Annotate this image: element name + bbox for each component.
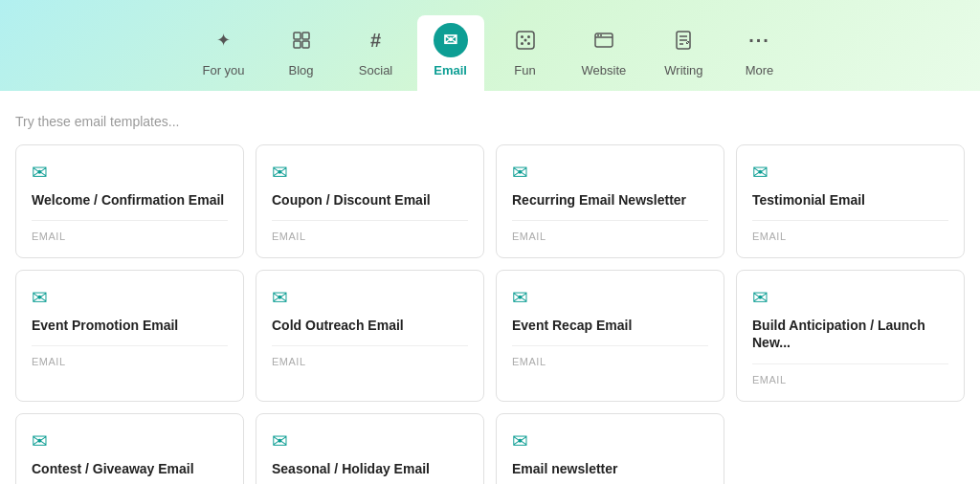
tab-fun-label: Fun xyxy=(514,63,535,77)
card-cold-outreach-title: Cold Outreach Email xyxy=(272,317,468,334)
tab-blog[interactable]: Blog xyxy=(268,15,335,91)
tab-social[interactable]: # Social xyxy=(343,15,410,91)
svg-point-6 xyxy=(527,35,530,38)
mail-icon-event-promo: ✉ xyxy=(32,286,228,309)
mail-icon-build-anticipation: ✉ xyxy=(752,286,948,309)
sparkle-icon: ✦ xyxy=(207,23,241,57)
tab-writing[interactable]: Writing xyxy=(649,15,718,91)
card-seasonal-title: Seasonal / Holiday Email xyxy=(272,460,468,477)
mail-icon-event-recap: ✉ xyxy=(512,286,708,309)
svg-point-5 xyxy=(521,35,523,38)
card-build-anticipation-tag: EMAIL xyxy=(752,363,948,385)
tab-more-label: More xyxy=(746,63,774,77)
card-recurring-title: Recurring Email Newsletter xyxy=(512,191,708,209)
nav-tabs: ✦ For you Blog # Social ✉ Email xyxy=(187,15,792,91)
card-contest-title: Contest / Giveaway Email xyxy=(32,460,228,477)
card-event-recap-tag: EMAIL xyxy=(512,345,708,367)
tab-email[interactable]: ✉ Email xyxy=(417,15,484,91)
tab-email-label: Email xyxy=(434,63,467,77)
mail-icon-recurring: ✉ xyxy=(512,161,708,184)
card-event-promo-title: Event Promotion Email xyxy=(32,317,228,334)
card-recurring-tag: EMAIL xyxy=(512,220,708,242)
tab-fun[interactable]: Fun xyxy=(492,15,559,91)
hash-icon: # xyxy=(359,23,393,57)
tab-for-you[interactable]: ✦ For you xyxy=(187,15,259,91)
card-newsletter-title: Email newsletter xyxy=(512,460,708,477)
card-coupon[interactable]: ✉ Coupon / Discount Email EMAIL xyxy=(256,144,484,258)
main-content: Try these email templates... ✉ Welcome /… xyxy=(0,91,980,484)
card-event-promo-tag: EMAIL xyxy=(32,345,228,367)
tab-social-label: Social xyxy=(359,63,392,77)
card-testimonial-title: Testimonial Email xyxy=(752,191,948,209)
more-icon: ··· xyxy=(743,23,777,57)
tab-for-you-label: For you xyxy=(202,63,244,77)
card-build-anticipation[interactable]: ✉ Build Anticipation / Launch New... EMA… xyxy=(736,270,965,401)
mail-icon-newsletter: ✉ xyxy=(512,429,708,452)
tab-website[interactable]: Website xyxy=(567,15,642,91)
mail-icon-cold-outreach: ✉ xyxy=(272,286,468,309)
mail-icon-testimonial: ✉ xyxy=(752,161,948,184)
svg-rect-1 xyxy=(302,33,309,39)
svg-point-7 xyxy=(521,42,523,45)
svg-rect-0 xyxy=(294,33,301,39)
card-coupon-title: Coupon / Discount Email xyxy=(272,191,468,209)
card-cold-outreach-tag: EMAIL xyxy=(272,345,468,367)
card-build-anticipation-title: Build Anticipation / Launch New... xyxy=(752,317,948,351)
mail-icon-contest: ✉ xyxy=(32,429,228,452)
card-testimonial[interactable]: ✉ Testimonial Email EMAIL xyxy=(736,144,965,258)
writing-icon xyxy=(666,23,701,57)
website-icon xyxy=(587,23,621,57)
blog-icon xyxy=(284,23,319,57)
card-event-promo[interactable]: ✉ Event Promotion Email EMAIL xyxy=(15,270,244,401)
card-testimonial-tag: EMAIL xyxy=(752,220,948,242)
cards-grid: ✉ Welcome / Confirmation Email EMAIL ✉ C… xyxy=(15,144,965,484)
card-contest[interactable]: ✉ Contest / Giveaway Email EMAIL xyxy=(15,413,244,484)
section-title: Try these email templates... xyxy=(15,114,965,129)
card-welcome-tag: EMAIL xyxy=(32,220,228,242)
card-welcome-title: Welcome / Confirmation Email xyxy=(32,191,228,209)
card-newsletter[interactable]: ✉ Email newsletter EMAIL xyxy=(496,413,724,484)
fun-icon xyxy=(508,23,543,57)
svg-point-8 xyxy=(527,42,530,45)
mail-icon-seasonal: ✉ xyxy=(272,429,468,452)
card-cold-outreach[interactable]: ✉ Cold Outreach Email EMAIL xyxy=(256,270,484,401)
svg-point-9 xyxy=(523,39,526,42)
card-event-recap-title: Event Recap Email xyxy=(512,317,708,334)
tab-writing-label: Writing xyxy=(664,63,702,77)
svg-point-13 xyxy=(600,34,602,36)
tab-website-label: Website xyxy=(582,63,627,77)
svg-rect-2 xyxy=(294,41,301,48)
card-coupon-tag: EMAIL xyxy=(272,220,468,242)
svg-rect-3 xyxy=(302,41,309,48)
mail-icon-coupon: ✉ xyxy=(272,161,468,184)
tab-more[interactable]: ··· More xyxy=(726,15,793,91)
card-recurring[interactable]: ✉ Recurring Email Newsletter EMAIL xyxy=(496,144,724,258)
card-seasonal[interactable]: ✉ Seasonal / Holiday Email EMAIL xyxy=(256,413,484,484)
card-event-recap[interactable]: ✉ Event Recap Email EMAIL xyxy=(496,270,724,401)
header: ✦ For you Blog # Social ✉ Email xyxy=(0,0,980,91)
email-icon: ✉ xyxy=(434,23,468,57)
card-welcome[interactable]: ✉ Welcome / Confirmation Email EMAIL xyxy=(15,144,244,258)
tab-blog-label: Blog xyxy=(289,63,314,77)
mail-icon-welcome: ✉ xyxy=(32,161,228,184)
svg-point-12 xyxy=(597,34,599,36)
